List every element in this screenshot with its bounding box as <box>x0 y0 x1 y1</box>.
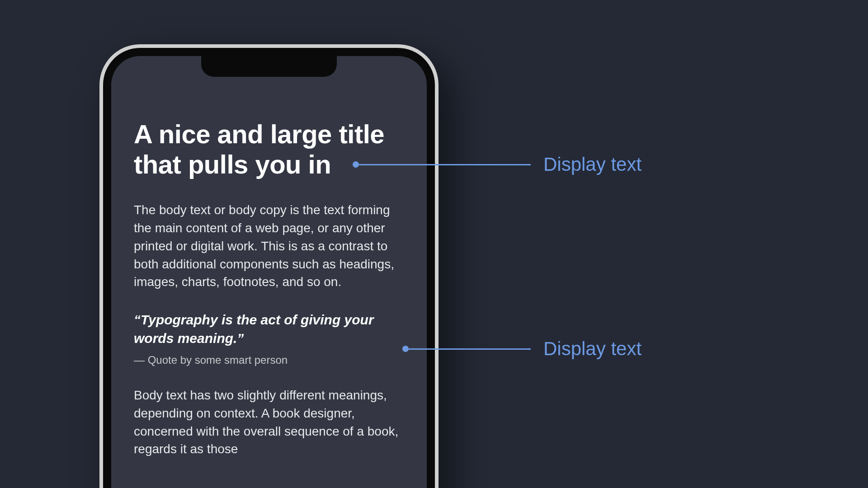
phone-notch <box>201 56 337 77</box>
annotation-label: Display text <box>543 338 642 360</box>
annotation-line <box>409 348 531 350</box>
annotation-dot-icon <box>353 161 359 168</box>
phone-screen: A nice and large title that pulls you in… <box>111 56 427 488</box>
article-body-paragraph-1: The body text or body copy is the text f… <box>134 201 404 291</box>
quote-attribution: — Quote by some smart person <box>134 354 404 366</box>
annotation-display-text-1: Display text <box>353 154 642 175</box>
article-quote: “Typography is the act of giving your wo… <box>134 311 404 347</box>
article-body-paragraph-2: Body text has two slightly different mea… <box>134 386 404 458</box>
annotation-line <box>359 164 531 165</box>
phone-frame-inner: A nice and large title that pulls you in… <box>103 48 435 488</box>
annotation-label: Display text <box>543 154 642 175</box>
annotation-display-text-2: Display text <box>402 338 642 360</box>
annotation-dot-icon <box>402 346 409 352</box>
phone-frame-outer: A nice and large title that pulls you in… <box>99 44 439 488</box>
